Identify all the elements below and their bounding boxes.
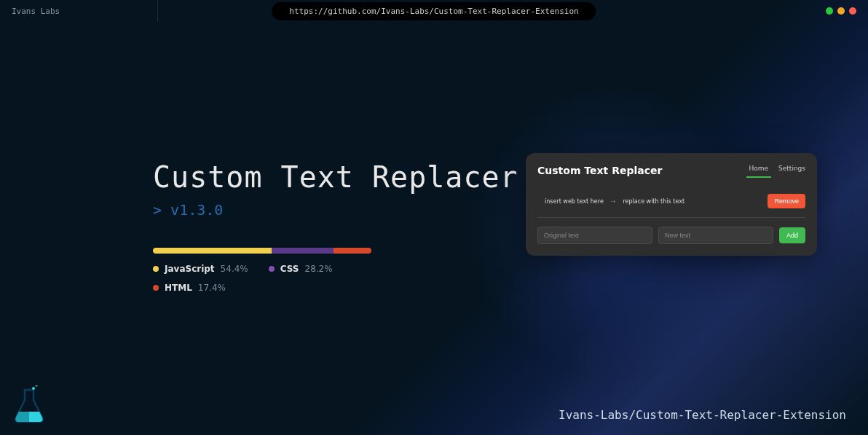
legend-percent: 17.4% xyxy=(198,283,226,293)
project-title: Custom Text Replacer xyxy=(153,160,518,194)
tab-settings[interactable]: Settings xyxy=(778,165,805,175)
flask-icon xyxy=(12,385,47,428)
url-bar[interactable]: https://github.com/Ivans-Labs/Custom-Tex… xyxy=(272,2,596,20)
legend-name: CSS xyxy=(280,264,299,274)
svg-point-0 xyxy=(32,387,35,390)
version-prompt: > xyxy=(153,201,170,219)
legend-name: JavaScript xyxy=(165,264,215,274)
legend-item-html[interactable]: HTML 17.4% xyxy=(153,283,226,293)
original-text-sample: insert web text here xyxy=(545,198,604,205)
legend-dot-icon xyxy=(153,266,159,272)
language-bar xyxy=(153,248,371,254)
extension-popup-preview: Custom Text Replacer Home Settings inser… xyxy=(526,153,817,256)
add-button[interactable]: Add xyxy=(779,227,805,243)
replacement-text-sample: replace with this text xyxy=(623,198,685,205)
legend-percent: 54.4% xyxy=(221,264,248,274)
replacement-row: insert web text here → replace with this… xyxy=(537,189,805,218)
arrow-right-icon: → xyxy=(611,198,616,205)
minimize-dot-icon[interactable] xyxy=(826,7,833,15)
lang-segment-javascript xyxy=(153,248,272,254)
popup-tabs: Home Settings xyxy=(749,165,806,175)
window-controls xyxy=(826,7,856,15)
project-version: > v1.3.0 xyxy=(153,201,518,219)
maximize-dot-icon[interactable] xyxy=(837,7,845,15)
new-text-input[interactable] xyxy=(658,227,773,244)
close-dot-icon[interactable] xyxy=(849,7,856,15)
svg-point-1 xyxy=(36,385,38,387)
repo-path: Ivans-Labs/Custom-Text-Replacer-Extensio… xyxy=(559,408,846,422)
legend-item-css[interactable]: CSS 28.2% xyxy=(269,264,333,274)
remove-button[interactable]: Remove xyxy=(768,194,805,208)
popup-title: Custom Text Replacer xyxy=(537,165,662,176)
brand-logo xyxy=(12,385,47,428)
legend-dot-icon xyxy=(269,266,275,272)
lang-segment-css xyxy=(272,248,334,254)
language-legend: JavaScript 54.4% CSS 28.2% HTML 17.4% xyxy=(153,264,415,293)
legend-name: HTML xyxy=(165,283,192,293)
legend-dot-icon xyxy=(153,285,159,291)
titlebar: Ivans Labs https://github.com/Ivans-Labs… xyxy=(0,0,868,22)
lang-segment-html xyxy=(334,248,371,254)
original-text-input[interactable] xyxy=(537,227,652,244)
brand-label: Ivans Labs xyxy=(12,7,143,16)
legend-item-javascript[interactable]: JavaScript 54.4% xyxy=(153,264,248,274)
divider xyxy=(157,0,158,22)
tab-home[interactable]: Home xyxy=(749,165,769,175)
version-number: v1.3.0 xyxy=(170,201,223,219)
legend-percent: 28.2% xyxy=(305,264,333,274)
